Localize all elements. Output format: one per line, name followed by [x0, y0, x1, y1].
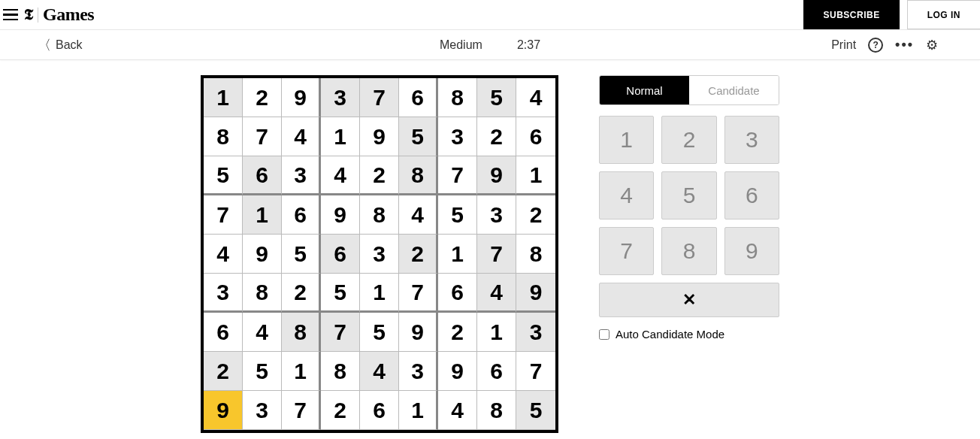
back-button[interactable]: 〈 Back	[38, 38, 83, 52]
cell-r6-c2[interactable]: 8	[282, 313, 321, 352]
key-1[interactable]: 1	[599, 116, 654, 164]
cell-r5-c1[interactable]: 8	[243, 274, 282, 313]
cell-r1-c7[interactable]: 2	[477, 117, 516, 156]
cell-r6-c1[interactable]: 4	[243, 313, 282, 352]
cell-r0-c2[interactable]: 9	[282, 78, 321, 117]
cell-r6-c6[interactable]: 2	[438, 313, 477, 352]
cell-r5-c2[interactable]: 2	[282, 274, 321, 313]
key-4[interactable]: 4	[599, 171, 654, 220]
cell-r7-c7[interactable]: 6	[477, 352, 516, 391]
cell-r1-c3[interactable]: 1	[321, 117, 360, 156]
cell-r1-c6[interactable]: 3	[438, 117, 477, 156]
key-3[interactable]: 3	[724, 116, 779, 164]
cell-r4-c8[interactable]: 8	[516, 235, 555, 274]
cell-r6-c0[interactable]: 6	[204, 313, 243, 352]
cell-r8-c4[interactable]: 6	[360, 391, 399, 430]
cell-r5-c4[interactable]: 1	[360, 274, 399, 313]
brand-logo[interactable]: 𝕿 Games	[21, 5, 94, 25]
cell-r3-c4[interactable]: 8	[360, 195, 399, 235]
cell-r4-c3[interactable]: 6	[321, 235, 360, 274]
cell-r2-c8[interactable]: 1	[516, 156, 555, 195]
key-9[interactable]: 9	[724, 227, 779, 275]
cell-r6-c8[interactable]: 3	[516, 313, 555, 352]
cell-r0-c1[interactable]: 2	[243, 78, 282, 117]
cell-r4-c0[interactable]: 4	[204, 235, 243, 274]
more-icon[interactable]: •••	[895, 37, 914, 53]
cell-r5-c7[interactable]: 4	[477, 274, 516, 313]
cell-r7-c6[interactable]: 9	[438, 352, 477, 391]
cell-r0-c7[interactable]: 5	[477, 78, 516, 117]
cell-r6-c4[interactable]: 5	[360, 313, 399, 352]
mode-candidate-button[interactable]: Candidate	[689, 76, 779, 104]
erase-button[interactable]: ✕	[599, 283, 779, 317]
cell-r3-c1[interactable]: 1	[243, 195, 282, 235]
cell-r5-c3[interactable]: 5	[321, 274, 360, 313]
subscribe-button[interactable]: SUBSCRIBE	[803, 0, 899, 29]
cell-r3-c6[interactable]: 5	[438, 195, 477, 235]
cell-r5-c8[interactable]: 9	[516, 274, 555, 313]
cell-r5-c6[interactable]: 6	[438, 274, 477, 313]
auto-candidate-toggle[interactable]: Auto Candidate Mode	[599, 328, 779, 341]
key-8[interactable]: 8	[661, 227, 716, 275]
cell-r7-c1[interactable]: 5	[243, 352, 282, 391]
cell-r8-c6[interactable]: 4	[438, 391, 477, 430]
cell-r7-c3[interactable]: 8	[321, 352, 360, 391]
cell-r4-c6[interactable]: 1	[438, 235, 477, 274]
menu-icon[interactable]	[0, 0, 21, 29]
cell-r8-c0[interactable]: 9	[204, 391, 243, 430]
cell-r1-c2[interactable]: 4	[282, 117, 321, 156]
cell-r1-c4[interactable]: 9	[360, 117, 399, 156]
cell-r5-c5[interactable]: 7	[399, 274, 438, 313]
cell-r6-c3[interactable]: 7	[321, 313, 360, 352]
cell-r2-c3[interactable]: 4	[321, 156, 360, 195]
cell-r8-c3[interactable]: 2	[321, 391, 360, 430]
cell-r4-c4[interactable]: 3	[360, 235, 399, 274]
cell-r6-c5[interactable]: 9	[399, 313, 438, 352]
cell-r8-c7[interactable]: 8	[477, 391, 516, 430]
cell-r1-c5[interactable]: 5	[399, 117, 438, 156]
cell-r2-c6[interactable]: 7	[438, 156, 477, 195]
cell-r0-c3[interactable]: 3	[321, 78, 360, 117]
auto-candidate-checkbox[interactable]	[599, 329, 609, 340]
cell-r3-c7[interactable]: 3	[477, 195, 516, 235]
cell-r0-c4[interactable]: 7	[360, 78, 399, 117]
cell-r4-c5[interactable]: 2	[399, 235, 438, 274]
cell-r0-c0[interactable]: 1	[204, 78, 243, 117]
cell-r7-c5[interactable]: 3	[399, 352, 438, 391]
cell-r7-c8[interactable]: 7	[516, 352, 555, 391]
settings-icon[interactable]: ⚙	[926, 37, 938, 53]
key-5[interactable]: 5	[661, 171, 716, 220]
cell-r7-c0[interactable]: 2	[204, 352, 243, 391]
cell-r3-c2[interactable]: 6	[282, 195, 321, 235]
cell-r0-c5[interactable]: 6	[399, 78, 438, 117]
mode-normal-button[interactable]: Normal	[600, 76, 689, 104]
cell-r6-c7[interactable]: 1	[477, 313, 516, 352]
cell-r3-c3[interactable]: 9	[321, 195, 360, 235]
login-button[interactable]: LOG IN	[907, 0, 980, 29]
cell-r8-c1[interactable]: 3	[243, 391, 282, 430]
cell-r1-c0[interactable]: 8	[204, 117, 243, 156]
cell-r2-c1[interactable]: 6	[243, 156, 282, 195]
cell-r8-c2[interactable]: 7	[282, 391, 321, 430]
cell-r7-c2[interactable]: 1	[282, 352, 321, 391]
key-6[interactable]: 6	[724, 171, 779, 220]
cell-r2-c5[interactable]: 8	[399, 156, 438, 195]
key-7[interactable]: 7	[599, 227, 654, 275]
cell-r5-c0[interactable]: 3	[204, 274, 243, 313]
cell-r0-c6[interactable]: 8	[438, 78, 477, 117]
cell-r1-c1[interactable]: 7	[243, 117, 282, 156]
cell-r0-c8[interactable]: 4	[516, 78, 555, 117]
cell-r2-c0[interactable]: 5	[204, 156, 243, 195]
cell-r2-c4[interactable]: 2	[360, 156, 399, 195]
cell-r2-c7[interactable]: 9	[477, 156, 516, 195]
cell-r3-c8[interactable]: 2	[516, 195, 555, 235]
cell-r2-c2[interactable]: 3	[282, 156, 321, 195]
cell-r3-c0[interactable]: 7	[204, 195, 243, 235]
cell-r3-c5[interactable]: 4	[399, 195, 438, 235]
cell-r1-c8[interactable]: 6	[516, 117, 555, 156]
cell-r8-c8[interactable]: 5	[516, 391, 555, 430]
cell-r8-c5[interactable]: 1	[399, 391, 438, 430]
key-2[interactable]: 2	[661, 116, 716, 164]
cell-r4-c1[interactable]: 9	[243, 235, 282, 274]
cell-r4-c2[interactable]: 5	[282, 235, 321, 274]
